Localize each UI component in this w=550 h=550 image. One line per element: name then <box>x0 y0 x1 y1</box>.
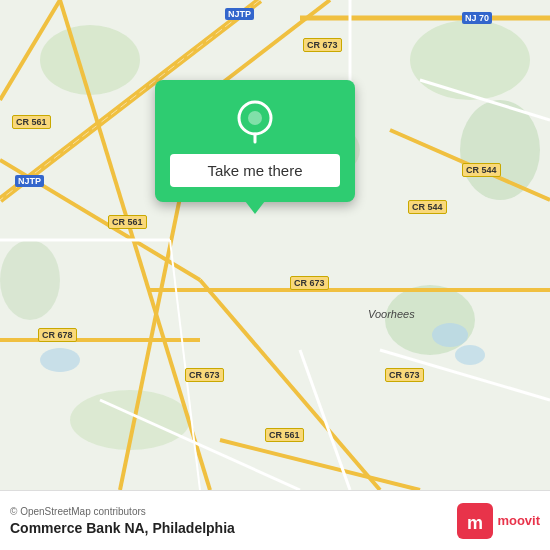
svg-point-2 <box>460 100 540 200</box>
label-nj70: NJ 70 <box>462 12 492 24</box>
take-me-there-button[interactable]: Take me there <box>170 154 340 187</box>
svg-point-9 <box>455 345 485 365</box>
label-voorhees: Voorhees <box>368 308 415 320</box>
label-njtp2: NJTP <box>15 175 44 187</box>
label-cr673-mid: CR 673 <box>290 276 329 290</box>
svg-point-3 <box>385 285 475 355</box>
svg-point-32 <box>248 111 262 125</box>
label-cr673-bot2: CR 673 <box>385 368 424 382</box>
label-cr673-top: CR 673 <box>303 38 342 52</box>
location-pin-icon <box>233 100 277 144</box>
popup-card: Take me there <box>155 80 355 202</box>
label-cr561-mid: CR 561 <box>108 215 147 229</box>
map-background <box>0 0 550 490</box>
label-cr544: CR 544 <box>462 163 501 177</box>
moovit-logo: m moovit <box>457 503 540 539</box>
label-cr673-bot: CR 673 <box>185 368 224 382</box>
label-cr678: CR 678 <box>38 328 77 342</box>
moovit-text: moovit <box>497 513 540 528</box>
moovit-logo-icon: m <box>457 503 493 539</box>
svg-point-4 <box>40 25 140 95</box>
svg-point-5 <box>0 240 60 320</box>
svg-text:m: m <box>467 513 483 533</box>
label-cr561-left: CR 561 <box>12 115 51 129</box>
bottom-bar: © OpenStreetMap contributors Commerce Ba… <box>0 490 550 550</box>
label-cr561-bot: CR 561 <box>265 428 304 442</box>
svg-point-8 <box>432 323 468 347</box>
svg-point-1 <box>410 20 530 100</box>
svg-point-10 <box>40 348 80 372</box>
map-container: NJTP NJ 70 CR 673 CR 561 NJTP CR 561 CR … <box>0 0 550 490</box>
label-njtp1: NJTP <box>225 8 254 20</box>
label-cr544b: CR 544 <box>408 200 447 214</box>
